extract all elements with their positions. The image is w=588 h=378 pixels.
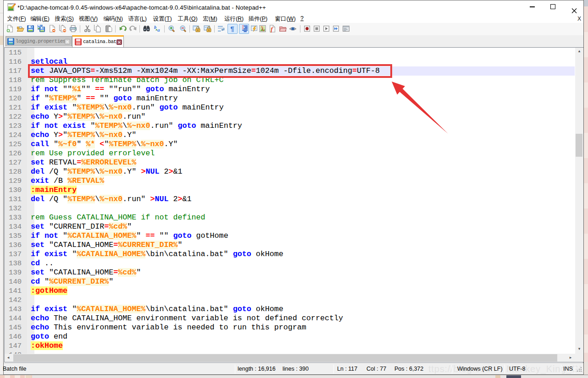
svg-text:a: a xyxy=(157,27,160,33)
svg-text:¶: ¶ xyxy=(230,25,234,33)
svg-text:b: b xyxy=(154,25,156,30)
